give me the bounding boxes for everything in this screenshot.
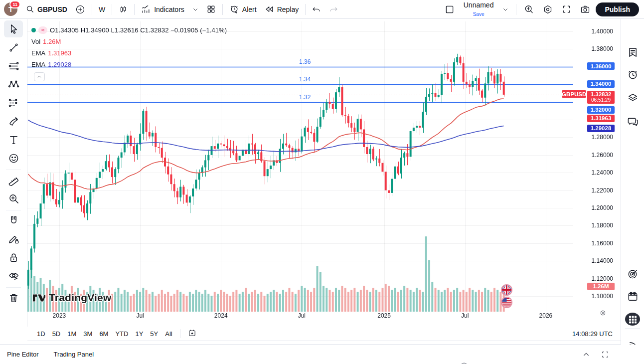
price-axis-tick[interactable]: 1.28000 — [592, 134, 613, 141]
chart-type-button[interactable] — [115, 3, 131, 16]
symbol-search-button[interactable]: GBPUSD — [22, 3, 71, 15]
price-axis-tick[interactable]: 1.26000 — [592, 152, 613, 159]
volume-legend-row[interactable]: Vol 1.26M — [31, 36, 227, 46]
user-avatar[interactable]: T 11 — [4, 2, 17, 16]
panel-maximize-icon[interactable] — [601, 351, 609, 359]
projection-tool[interactable] — [4, 94, 23, 111]
watchlist-button[interactable] — [624, 44, 641, 61]
calendar-button[interactable] — [624, 288, 641, 305]
apps-grid-button[interactable] — [624, 311, 641, 328]
ema2-value: 1.29028 — [48, 61, 71, 68]
alert-button[interactable]: Alert — [226, 2, 260, 16]
undo-button[interactable] — [309, 3, 324, 16]
xabcd-pattern-tool[interactable] — [4, 76, 23, 93]
right-sidebar — [621, 19, 644, 364]
text-tool[interactable] — [4, 131, 23, 148]
screenshot-button[interactable] — [577, 2, 594, 16]
gauge-button[interactable] — [624, 265, 641, 282]
time-axis-label[interactable]: Jul — [454, 312, 476, 319]
legend-collapse-button[interactable] — [34, 72, 45, 81]
chat-button[interactable] — [624, 113, 641, 130]
panel-collapse-icon[interactable] — [582, 351, 590, 359]
replay-button[interactable]: Replay — [261, 2, 303, 16]
statusbar-item-pine-editor[interactable]: Pine Editor — [7, 351, 39, 358]
market-status-dot[interactable] — [31, 28, 36, 32]
price-level-label[interactable]: 1.36000 — [587, 62, 615, 70]
drawing-mode-tool[interactable] — [4, 230, 23, 247]
price-axis-tick[interactable]: 1.12000 — [592, 275, 613, 282]
price-axis-tick[interactable]: 1.18000 — [592, 222, 613, 229]
redo-button[interactable] — [325, 3, 341, 16]
range-button-3m[interactable]: 3M — [80, 329, 96, 339]
magnet-tool[interactable] — [4, 212, 23, 229]
ema1-legend-row[interactable]: EMA 1.31963 — [31, 48, 227, 58]
minds-pill[interactable]: ≈ — [38, 26, 47, 34]
price-level-label[interactable]: 1.26M — [587, 283, 615, 290]
statusbar-item-trading-panel[interactable]: Trading Panel — [54, 351, 94, 358]
remove-drawings-tool[interactable] — [4, 289, 23, 306]
gbp-flag-icon — [501, 284, 512, 296]
range-button-6m[interactable]: 6M — [96, 329, 112, 339]
add-symbol-button[interactable] — [72, 2, 89, 16]
symbol-price-label[interactable]: GBPUSD — [562, 90, 586, 98]
price-axis-tick[interactable]: 1.24000 — [592, 169, 613, 176]
price-level-label[interactable]: 1.32000 — [587, 106, 615, 114]
range-button-all[interactable]: All — [161, 329, 175, 339]
price-scale-settings-icon[interactable] — [599, 309, 607, 319]
range-button-1m[interactable]: 1M — [64, 329, 80, 339]
range-button-5d[interactable]: 5D — [49, 329, 64, 339]
fib-retracement-tool[interactable] — [4, 57, 23, 74]
panel-drag-handle[interactable] — [461, 360, 468, 363]
toolbar-divider — [180, 329, 180, 338]
object-tree-button[interactable] — [624, 89, 641, 106]
measure-tool[interactable] — [4, 172, 23, 188]
layout-name-button[interactable]: Unnamed Save — [460, 0, 497, 19]
lock-drawings-tool[interactable] — [4, 249, 23, 266]
range-button-1d[interactable]: 1D — [33, 329, 49, 339]
time-axis-label[interactable]: 2025 — [373, 312, 395, 319]
toolbar-divider — [516, 4, 516, 15]
hide-drawings-tool[interactable] — [4, 267, 23, 284]
zoom-in-tool[interactable] — [4, 190, 23, 207]
range-button-5y[interactable]: 5Y — [147, 329, 161, 339]
brush-tool[interactable] — [4, 113, 23, 130]
time-axis-label[interactable]: 2024 — [210, 312, 232, 319]
indicator-templates-button[interactable] — [189, 4, 202, 14]
toolbar-divider — [6, 210, 21, 210]
range-button-1y[interactable]: 1Y — [132, 329, 147, 339]
publish-button[interactable]: Publish — [596, 2, 639, 16]
time-axis-label[interactable]: Jul — [291, 312, 313, 319]
time-axis-label[interactable]: 2026 — [535, 312, 557, 319]
price-level-label[interactable]: 1.29028 — [587, 125, 615, 132]
layout-square-button[interactable] — [441, 2, 458, 16]
top-toolbar: T 11 GBPUSD W Indicators — [0, 0, 644, 19]
ema2-legend-row[interactable]: EMA 1.29028 — [31, 59, 227, 69]
price-axis-tick[interactable]: 1.16000 — [592, 240, 613, 247]
time-axis-label[interactable]: Jul — [129, 312, 151, 319]
price-axis-tick[interactable]: 1.14000 — [592, 257, 613, 264]
price-level-label[interactable]: 1.34000 — [587, 80, 615, 88]
current-price-label[interactable]: 1.3283206:51:29 — [587, 91, 615, 104]
indicators-button[interactable]: Indicators — [138, 2, 188, 16]
price-axis-tick[interactable]: 1.10000 — [592, 293, 613, 300]
interval-button[interactable]: W — [95, 3, 109, 15]
price-axis-tick[interactable]: 1.38000 — [592, 45, 613, 52]
bottom-statusbar: Pine EditorTrading Panel — [0, 345, 644, 364]
fullscreen-button[interactable] — [558, 2, 575, 16]
quick-search-button[interactable] — [520, 2, 537, 16]
cursor-tool[interactable] — [4, 20, 23, 37]
price-axis-tick[interactable]: 1.20000 — [592, 204, 613, 211]
price-axis-tick[interactable]: 1.22000 — [592, 187, 613, 194]
trend-line-tool[interactable] — [4, 39, 23, 56]
price-axis-tick[interactable]: 1.40000 — [592, 28, 613, 35]
layout-menu-button[interactable] — [499, 4, 512, 14]
range-button-ytd[interactable]: YTD — [112, 329, 132, 339]
layout-grid-button[interactable] — [203, 2, 219, 16]
go-to-date-button[interactable] — [184, 327, 200, 340]
price-level-label[interactable]: 1.31963 — [587, 115, 615, 122]
clock-utc[interactable]: 14:08:29 UTC — [572, 330, 615, 338]
alerts-clock-button[interactable] — [624, 66, 641, 83]
time-axis-label[interactable]: 2023 — [48, 312, 70, 319]
emoji-tool[interactable] — [4, 150, 23, 167]
settings-button[interactable] — [539, 2, 556, 16]
